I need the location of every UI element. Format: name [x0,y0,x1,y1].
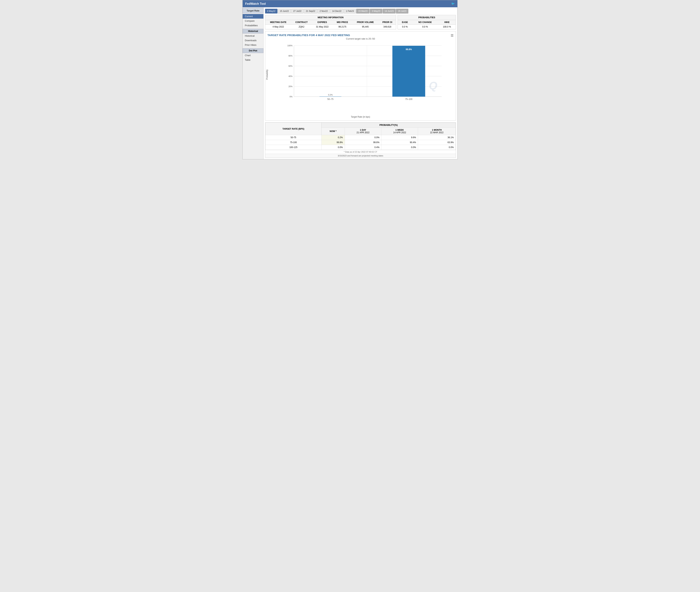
meeting-info-col: MID PRICE [333,20,352,24]
historical-group-label: Historical [243,29,263,34]
meeting-info-cell: 95,445 [352,24,379,29]
footnote1: * Data as of 22 Apr 2022 07:40:02 CT [265,150,456,154]
tab-21sep22[interactable]: 21 Sep22 [304,9,317,13]
chart-menu-icon[interactable]: ☰ [451,34,454,38]
prob-box-cell: 100.0 % [438,24,456,29]
probabilities-table: EASENO CHANGEHIKE 0.0 %0.0 %100.0 % [398,20,456,29]
bar-chart: 100% 80% 60% 40% 20% 0% 0.2% [277,42,454,106]
chart-subtitle: Current target rate is 25–50 [267,37,454,40]
prob-cell: 99.8% [321,140,345,145]
footnote2: 3/15/2023 and forward are projected meet… [265,154,456,157]
meeting-info-col: PRIOR VOLUME [352,20,379,24]
svg-text:100%: 100% [287,45,292,47]
sidebar-item-table[interactable]: Table [243,58,263,62]
tab-14dec22[interactable]: 14 Dec22 [330,9,343,13]
meeting-info-col: CONTRACT [291,20,312,24]
svg-rect-17 [393,46,425,97]
meeting-info-panel: MEETING INFORMATION MEETING DATECONTRACT… [265,15,396,29]
info-row: MEETING INFORMATION MEETING DATECONTRACT… [265,15,456,29]
rate-cell: 100-125 [265,145,321,150]
prob-cell: 0.2% [321,135,345,140]
probability-col-header: PROBABILITY(%) [321,123,456,128]
probability-table: TARGET RATE (BPS) PROBABILITY(%) NOW *1 … [265,122,456,150]
meeting-info-cell: ZQK2 [291,24,312,29]
svg-text:40%: 40% [288,75,292,77]
meeting-info-table: MEETING DATECONTRACTEXPIRESMID PRICEPRIO… [265,20,396,29]
meeting-info-col: MEETING DATE [265,20,291,24]
prob-cell: 63.9% [418,140,456,145]
chart-section: ☰ TARGET RATE PROBABILITIES FOR 4 MAY 20… [265,31,456,120]
prob-cell: 0.0% [321,145,345,150]
svg-rect-15 [319,96,341,97]
bottom-table-section: TARGET RATE (BPS) PROBABILITY(%) NOW *1 … [265,122,456,158]
probabilities-header: PROBABILITIES [398,15,456,20]
app-title: FedWatch Tool [245,2,266,5]
rate-cell: 75-100 [265,140,321,145]
svg-text:20%: 20% [288,85,292,88]
meeting-info-col: PRIOR OI [379,20,396,24]
sidebar-item-downloads[interactable]: Downloads [243,38,263,43]
prob-cell: 36.1% [418,135,456,140]
prob-cell: 0.0% [345,135,381,140]
prob-cell: 99.6% [345,140,381,145]
meeting-info-cell: 4 May 2022 [265,24,291,29]
chart-container: Probability 100% 80% [267,42,454,115]
prob-box-cell: 0.0 % [412,24,438,29]
sidebar: Target Rate Current Compare Probabilitie… [243,7,264,159]
tab-27jul22[interactable]: 27 Jul22 [291,9,303,13]
sidebar-item-compare[interactable]: Compare [243,18,263,23]
svg-text:0.2%: 0.2% [328,94,333,96]
svg-text:50–75: 50–75 [328,98,334,100]
sidebar-item-prior-hikes[interactable]: Prior Hikes [243,43,263,47]
prob-table-col-header: 1 DAY21 APR 2022 [345,128,381,135]
prob-cell: 90.4% [381,140,418,145]
prob-box-col: EASE [398,20,412,24]
chart-title: TARGET RATE PROBABILITIES FOR 4 MAY 2022… [267,34,454,37]
svg-text:60%: 60% [288,65,292,67]
meeting-info-cell: 99.2175 [333,24,352,29]
probabilities-panel: PROBABILITIES EASENO CHANGEHIKE 0.0 %0.0… [398,15,456,29]
x-axis-label: Target Rate (in bps) [267,115,454,118]
table-row: 75-10099.8%99.6%90.4%63.9% [265,140,456,145]
dot-plot-group-label: Dot Plot [243,48,263,53]
target-rate-col-header: TARGET RATE (BPS) [265,123,321,135]
tab-1feb23[interactable]: 1 Feb23 [344,9,356,13]
svg-text:0%: 0% [290,96,293,98]
sidebar-item-historical[interactable]: Historical [243,34,263,38]
prob-cell: 9.6% [381,135,418,140]
tab-2nov22[interactable]: 2 Nov22 [317,9,330,13]
svg-text:80%: 80% [288,55,292,57]
table-row: 100-1250.0%0.4%0.0%0.0% [265,145,456,150]
prob-cell: 0.0% [381,145,418,150]
tab-26jul23[interactable]: 26 Jul23 [396,9,408,13]
meeting-info-cell: 349,618 [379,24,396,29]
twitter-icon[interactable]: 🐦 [451,2,455,5]
meeting-info-header: MEETING INFORMATION [265,15,396,20]
prob-table-col-header: NOW * [321,128,345,135]
tab-4may22[interactable]: 4 May22 [265,9,278,13]
svg-text:99.8%: 99.8% [406,48,412,51]
sidebar-item-current[interactable]: Current [243,14,263,18]
tab-15jun22[interactable]: 15 Jun22 [278,9,291,13]
prob-box-col: HIKE [438,20,456,24]
tab-14jun23[interactable]: 14 Jun23 [383,9,396,13]
meeting-info-cell: 31 May 2022 [312,24,333,29]
app-header: FedWatch Tool 🐦 [243,0,457,7]
meeting-tabs: 4 May2215 Jun2227 Jul2221 Sep222 Nov2214… [265,9,456,13]
sidebar-item-probabilities[interactable]: Probabilities [243,23,263,28]
svg-text:Q: Q [429,80,438,92]
meeting-info-col: EXPIRES [312,20,333,24]
main-content: 4 May2215 Jun2227 Jul2221 Sep222 Nov2214… [264,7,457,159]
prob-table-col-header: 1 MONTH22 MAR 2022 [418,128,456,135]
table-row: 50-750.2%0.0%9.6%36.1% [265,135,456,140]
tab-3may23[interactable]: 3 May23 [370,9,382,13]
svg-text:75–100: 75–100 [405,98,412,100]
prob-table-col-header: 1 WEEK14 APR 2022 [381,128,418,135]
tab-15mar23[interactable]: 15 Mar23 [356,9,369,13]
y-axis-label: Probability [266,69,268,80]
prob-cell: 0.4% [345,145,381,150]
prob-cell: 0.0% [418,145,456,150]
target-rate-button[interactable]: Target Rate [243,8,263,13]
prob-box-col: NO CHANGE [412,20,438,24]
sidebar-item-chart[interactable]: Chart [243,53,263,58]
